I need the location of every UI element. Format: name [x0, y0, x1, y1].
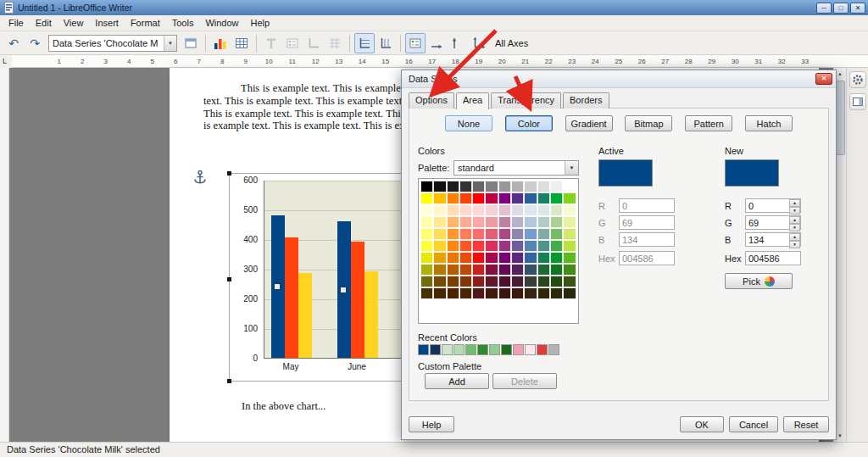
color-swatch[interactable] — [537, 264, 550, 276]
color-swatch[interactable] — [524, 181, 537, 192]
titles-button[interactable] — [261, 33, 281, 53]
color-swatch[interactable] — [550, 252, 563, 264]
color-swatch[interactable] — [511, 252, 524, 264]
chevron-down-icon[interactable]: ▼ — [565, 161, 578, 175]
recent-color-swatch[interactable] — [418, 344, 429, 355]
fill-hatch-button[interactable]: Hatch — [745, 115, 793, 131]
color-swatch[interactable] — [472, 228, 485, 240]
color-swatch[interactable] — [472, 192, 485, 204]
close-button[interactable]: ✕ — [850, 3, 865, 14]
undo-button[interactable]: ↶ — [3, 33, 24, 53]
grids-button[interactable] — [325, 33, 345, 53]
color-swatch[interactable] — [420, 216, 433, 228]
color-swatch[interactable] — [420, 287, 433, 299]
color-swatch[interactable] — [447, 181, 459, 192]
recent-color-swatch[interactable] — [548, 344, 559, 355]
dialog-titlebar[interactable]: Data Series ✕ — [402, 70, 836, 88]
menu-insert[interactable]: Insert — [89, 16, 125, 30]
color-swatch[interactable] — [472, 287, 485, 299]
resize-handle-left[interactable] — [227, 277, 231, 281]
color-swatch[interactable] — [459, 228, 472, 240]
color-swatch[interactable] — [498, 276, 511, 287]
color-swatch[interactable] — [459, 252, 472, 264]
menu-edit[interactable]: Edit — [30, 16, 58, 30]
color-swatch[interactable] — [524, 192, 537, 204]
color-swatch[interactable] — [459, 181, 472, 192]
maximize-button[interactable]: □ — [833, 3, 849, 14]
color-swatch[interactable] — [537, 216, 550, 228]
tab-area[interactable]: Area — [456, 92, 489, 109]
color-swatch[interactable] — [524, 240, 537, 252]
color-swatch[interactable] — [498, 287, 511, 299]
dialog-close-button[interactable]: ✕ — [815, 73, 832, 85]
chart-bar[interactable] — [337, 221, 351, 358]
color-swatch[interactable] — [485, 287, 498, 299]
color-swatch[interactable] — [537, 181, 550, 192]
color-swatch[interactable] — [537, 240, 550, 252]
color-swatch[interactable] — [472, 252, 485, 264]
color-swatch[interactable] — [550, 204, 563, 216]
color-swatch[interactable] — [550, 240, 563, 252]
fill-gradient-button[interactable]: Gradient — [565, 115, 613, 131]
color-swatch[interactable] — [447, 252, 459, 264]
recent-color-swatch[interactable] — [477, 344, 488, 355]
color-swatch[interactable] — [550, 216, 563, 228]
chart-bar[interactable] — [298, 273, 312, 358]
fill-none-button[interactable]: None — [445, 115, 492, 131]
color-swatch[interactable] — [511, 216, 524, 228]
tab-borders[interactable]: Borders — [563, 92, 609, 109]
recent-color-swatch[interactable] — [537, 344, 548, 355]
new-g-spinner[interactable]: ▲▼ — [745, 215, 801, 230]
recent-color-swatch[interactable] — [501, 344, 512, 355]
color-swatch[interactable] — [485, 192, 498, 204]
spin-up-icon[interactable]: ▲ — [789, 216, 800, 224]
tab-transparency[interactable]: Transparency — [491, 92, 561, 109]
data-table-button[interactable] — [231, 33, 252, 53]
chevron-down-icon[interactable]: ▼ — [164, 36, 176, 51]
color-swatch[interactable] — [498, 204, 511, 216]
color-swatch[interactable] — [524, 264, 537, 276]
color-swatch[interactable] — [420, 204, 433, 216]
spin-up-icon[interactable]: ▲ — [789, 233, 800, 241]
fill-color-button[interactable]: Color — [505, 115, 553, 131]
color-swatch[interactable] — [420, 276, 433, 287]
add-button[interactable]: Add — [425, 373, 489, 389]
color-swatch[interactable] — [472, 240, 485, 252]
color-swatch[interactable] — [537, 228, 550, 240]
scrollbar-thumb[interactable] — [836, 81, 845, 155]
color-swatch[interactable] — [537, 287, 550, 299]
menu-file[interactable]: File — [3, 16, 30, 30]
recent-color-swatch[interactable] — [442, 344, 453, 355]
color-swatch[interactable] — [498, 240, 511, 252]
color-swatch[interactable] — [447, 276, 459, 287]
color-swatch[interactable] — [563, 287, 576, 299]
color-swatch[interactable] — [420, 252, 433, 264]
vertical-grid-button[interactable] — [376, 33, 396, 53]
recent-color-swatch[interactable] — [465, 344, 476, 355]
color-swatch[interactable] — [511, 204, 524, 216]
color-swatch[interactable] — [447, 264, 459, 276]
color-swatch[interactable] — [524, 276, 537, 287]
tab-stop-selector[interactable]: L — [0, 55, 12, 68]
color-swatch[interactable] — [537, 252, 550, 264]
color-swatch[interactable] — [420, 264, 433, 276]
color-swatch[interactable] — [433, 192, 446, 204]
spin-down-icon[interactable]: ▼ — [789, 207, 800, 215]
color-swatch[interactable] — [459, 287, 472, 299]
fill-bitmap-button[interactable]: Bitmap — [625, 115, 672, 131]
color-swatch[interactable] — [447, 216, 459, 228]
new-hex-field[interactable] — [745, 251, 801, 265]
menu-tools[interactable]: Tools — [166, 16, 200, 30]
color-swatch[interactable] — [433, 252, 446, 264]
recent-color-swatch[interactable] — [489, 344, 500, 355]
color-swatch[interactable] — [447, 240, 459, 252]
color-swatch[interactable] — [420, 240, 433, 252]
chart-bar[interactable] — [351, 242, 364, 358]
color-swatch[interactable] — [524, 216, 537, 228]
color-swatch[interactable] — [550, 192, 563, 204]
horizontal-ruler[interactable]: L 12345678910111213141516171819202122232… — [0, 55, 868, 68]
menu-format[interactable]: Format — [125, 16, 166, 30]
color-swatch[interactable] — [447, 204, 459, 216]
color-swatch[interactable] — [563, 216, 576, 228]
color-swatch[interactable] — [459, 264, 472, 276]
